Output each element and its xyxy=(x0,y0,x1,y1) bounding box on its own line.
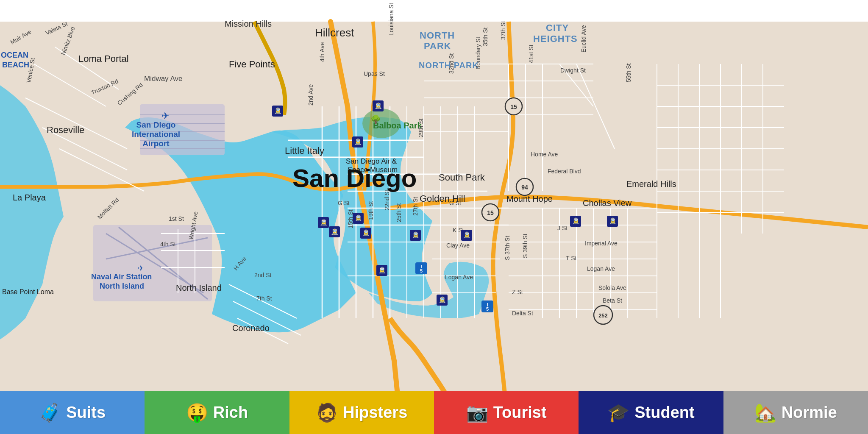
svg-text:29th St: 29th St xyxy=(417,119,424,137)
svg-text:15: 15 xyxy=(510,103,517,110)
tourist-emoji: 📷 xyxy=(466,402,488,423)
svg-text:41st St: 41st St xyxy=(528,45,534,63)
svg-text:🚊: 🚊 xyxy=(354,138,362,145)
svg-text:Imperial Ave: Imperial Ave xyxy=(585,240,618,247)
svg-text:Emerald Hills: Emerald Hills xyxy=(626,179,676,189)
svg-text:OCEAN: OCEAN xyxy=(1,51,28,59)
svg-text:252: 252 xyxy=(598,312,608,319)
tab-suits[interactable]: 🧳 Suits xyxy=(0,391,145,434)
svg-text:Logan Ave: Logan Ave xyxy=(445,274,473,281)
svg-text:NORTH: NORTH xyxy=(420,30,455,41)
svg-text:27th St: 27th St xyxy=(412,197,419,216)
svg-text:International: International xyxy=(132,130,180,139)
svg-text:32nd St: 32nd St xyxy=(448,53,455,74)
svg-text:94: 94 xyxy=(521,184,528,191)
map-svg: Mission Hills CITY HEIGHTS NORTH PARK NO… xyxy=(0,0,868,434)
svg-text:🚊: 🚊 xyxy=(320,219,328,226)
svg-text:🌳: 🌳 xyxy=(370,114,381,125)
svg-text:PARK: PARK xyxy=(424,41,451,51)
svg-text:Beta St: Beta St xyxy=(603,297,622,304)
svg-text:HEIGHTS: HEIGHTS xyxy=(533,33,578,44)
svg-text:Delta St: Delta St xyxy=(512,310,533,317)
svg-text:Airport: Airport xyxy=(142,139,170,148)
svg-text:G St: G St xyxy=(449,200,461,206)
svg-text:Roseville: Roseville xyxy=(47,125,84,135)
svg-text:🚊: 🚊 xyxy=(355,214,362,222)
map-container: Mission Hills CITY HEIGHTS NORTH PARK NO… xyxy=(0,0,868,434)
svg-text:15: 15 xyxy=(487,209,494,216)
svg-text:BEACH: BEACH xyxy=(2,61,29,69)
svg-text:🚊: 🚊 xyxy=(375,102,382,109)
tab-bar[interactable]: 🧳 Suits 🤑 Rich 🧔 Hipsters 📷 Tourist 🎓 St… xyxy=(0,391,868,434)
tab-normie[interactable]: 🏡 Normie xyxy=(723,391,868,434)
normie-label: Normie xyxy=(782,403,837,422)
svg-text:Solola Ave: Solola Ave xyxy=(598,284,626,291)
svg-text:🚊: 🚊 xyxy=(362,229,370,236)
tab-student[interactable]: 🎓 Student xyxy=(579,391,723,434)
svg-text:🚊: 🚊 xyxy=(331,228,339,235)
hipsters-emoji: 🧔 xyxy=(316,402,338,423)
svg-text:Naval Air Station: Naval Air Station xyxy=(91,273,152,281)
svg-text:2nd St: 2nd St xyxy=(254,272,272,278)
svg-text:7th St: 7th St xyxy=(256,295,272,302)
svg-text:Federal Blvd: Federal Blvd xyxy=(548,168,581,175)
rich-label: Rich xyxy=(213,403,248,422)
svg-text:🚊: 🚊 xyxy=(439,296,446,303)
normie-emoji: 🏡 xyxy=(754,402,776,423)
svg-text:South Park: South Park xyxy=(439,172,485,183)
tab-rich[interactable]: 🤑 Rich xyxy=(145,391,289,434)
svg-text:Logan Ave: Logan Ave xyxy=(587,265,615,272)
svg-text:1st St: 1st St xyxy=(169,215,184,222)
svg-text:San Diego: San Diego xyxy=(136,120,176,129)
svg-text:25th St: 25th St xyxy=(395,203,402,222)
svg-text:🚊: 🚊 xyxy=(609,217,617,225)
student-emoji: 🎓 xyxy=(607,402,629,423)
svg-text:San Diego: San Diego xyxy=(292,164,417,192)
svg-text:55th St: 55th St xyxy=(625,64,632,82)
svg-text:🚊: 🚊 xyxy=(378,267,386,274)
svg-text:Coronado: Coronado xyxy=(232,323,270,333)
svg-rect-0 xyxy=(0,22,868,412)
svg-text:4th St: 4th St xyxy=(160,241,176,248)
tab-tourist[interactable]: 📷 Tourist xyxy=(434,391,579,434)
svg-text:Z St: Z St xyxy=(512,289,523,295)
svg-text:Euclid Ave: Euclid Ave xyxy=(580,25,587,53)
svg-text:5: 5 xyxy=(486,306,489,312)
suits-emoji: 🧳 xyxy=(39,402,61,423)
svg-text:🚊: 🚊 xyxy=(572,217,580,225)
svg-text:Louisiana St: Louisiana St xyxy=(388,3,395,36)
svg-text:Base Point Loma: Base Point Loma xyxy=(2,288,54,295)
svg-text:Mount Hope: Mount Hope xyxy=(506,194,553,203)
svg-text:5: 5 xyxy=(420,268,423,273)
svg-text:19th St: 19th St xyxy=(367,201,374,220)
svg-text:Midway Ave: Midway Ave xyxy=(144,75,182,83)
svg-text:🚊: 🚊 xyxy=(412,231,420,239)
svg-text:✈: ✈ xyxy=(138,264,144,273)
svg-text:S 37th St: S 37th St xyxy=(504,236,511,260)
svg-text:Mission Hills: Mission Hills xyxy=(225,19,272,28)
svg-text:G St: G St xyxy=(338,200,350,206)
svg-text:35th St: 35th St xyxy=(482,28,489,46)
svg-text:North Island: North Island xyxy=(176,283,222,292)
svg-text:Little Italy: Little Italy xyxy=(285,145,324,156)
svg-text:Upas St: Upas St xyxy=(364,70,385,77)
svg-text:CITY: CITY xyxy=(546,22,569,33)
svg-text:Home Ave: Home Ave xyxy=(531,151,558,158)
svg-text:2nd Ave: 2nd Ave xyxy=(307,84,314,106)
svg-text:North Island: North Island xyxy=(100,282,144,290)
student-label: Student xyxy=(634,403,694,422)
svg-text:✈: ✈ xyxy=(161,111,169,121)
tourist-label: Tourist xyxy=(493,403,547,422)
svg-text:Loma Portal: Loma Portal xyxy=(78,53,129,64)
tab-hipsters[interactable]: 🧔 Hipsters xyxy=(289,391,434,434)
svg-text:🚊: 🚊 xyxy=(463,231,471,239)
svg-text:37th St: 37th St xyxy=(500,21,506,40)
rich-emoji: 🤑 xyxy=(186,402,208,423)
svg-text:Five Points: Five Points xyxy=(229,59,275,70)
svg-text:Chollas View: Chollas View xyxy=(583,198,632,208)
hipsters-label: Hipsters xyxy=(343,403,407,422)
svg-text:Clay Ave: Clay Ave xyxy=(446,242,470,249)
suits-label: Suits xyxy=(66,403,106,422)
svg-text:T St: T St xyxy=(566,255,577,262)
svg-text:S 39th St: S 39th St xyxy=(522,234,529,258)
